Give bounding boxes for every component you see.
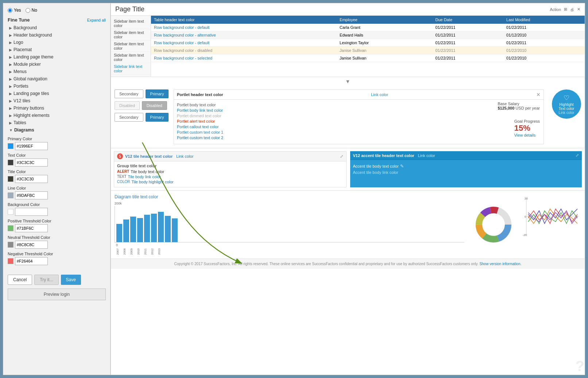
line-color-swatch[interactable] [8,192,13,198]
highlight-text-1: Highlight [560,103,574,107]
nav-item-logo[interactable]: ▶Logo [3,39,110,46]
footer-text: Copyright © 2017 SuccessFactors, Inc. Al… [174,262,480,266]
v12-tile-expand-icon[interactable]: ⤢ [340,154,343,159]
primary-button[interactable]: Primary [146,89,169,98]
v12-accent-tile-expand-icon[interactable]: ⤢ [576,153,579,158]
portlet-body: Portlet body text color Portlet body lin… [174,100,543,144]
preview-login-button[interactable]: Preview login [8,289,106,300]
secondary-button[interactable]: Secondary [115,89,143,98]
footer-version-link[interactable]: Show version information. [479,262,521,266]
title-color-swatch[interactable] [8,176,13,182]
title-color-input[interactable] [15,175,48,183]
preview-content: Sidebar item text color Sidebar item tex… [111,16,585,375]
radio-no[interactable] [26,8,30,13]
nav-item-portlets[interactable]: ▶Portlets [3,83,110,90]
tile-color-label: COLOR [117,180,130,184]
action-icon-2[interactable]: 🖨 [570,7,574,12]
bar-4 [137,218,143,242]
secondary-button-2[interactable]: Secondary [115,113,143,122]
save-button[interactable]: Save [61,275,81,285]
nav-item-landing-tiles[interactable]: ▶Landing page tiles [3,90,110,97]
color-fields: Primary Color Text Color Title Color [3,134,110,271]
row-label: Row background color - default [151,39,337,47]
edit-icon[interactable]: ✎ [400,164,404,169]
primary-button-2[interactable]: Primary [146,113,169,122]
primary-color-swatch[interactable] [8,143,13,149]
row-due: 01/22/2011 [433,39,504,47]
nav-item-global-nav[interactable]: ▶Global navigation [3,75,110,83]
svg-text:-20: -20 [523,233,527,237]
negative-threshold-input[interactable] [15,257,48,265]
v12-accent-tile-header-link[interactable]: Link color [418,153,435,158]
row-label: Row background color - default [151,24,337,31]
arrow-icon: ▶ [9,55,12,59]
tile-body-text: Tile body text color [131,169,164,174]
arrow-icon: ▶ [9,121,12,125]
nav-item-tables[interactable]: ▶Tables [3,119,110,126]
table-row: Row background color - selected Janise S… [151,54,585,62]
nav-item-background[interactable]: ▶Background [3,24,110,31]
section-top: Sidebar item text color Sidebar item tex… [111,16,585,77]
text-color-swatch[interactable] [8,160,13,165]
portlet-close-icon[interactable]: ✕ [536,92,541,98]
expand-all-link[interactable]: Expand all [87,18,106,22]
sidebar-item-2: Sidebar item text color [111,29,151,41]
v12-tile-normal: 5 V12 tile header text color Link color … [114,151,347,187]
try-it-button[interactable]: Try it... [34,275,58,285]
bg-color-swatch[interactable] [8,209,13,215]
primary-color-input[interactable] [15,142,48,150]
nav-item-menus[interactable]: ▶Menus [3,68,110,75]
highlight-link[interactable]: Link color [559,111,575,115]
arrow-icon: ▶ [9,33,12,37]
portlet-header-link[interactable]: Link color [371,92,388,97]
table-row: Row background color - disabled Janise S… [151,47,585,54]
v12-accent-tile-body: Accent tile body text color ✎ Accent til… [350,160,582,180]
neutral-threshold-swatch[interactable] [8,242,13,248]
view-details-link[interactable]: View details [514,133,540,137]
action-icon-1[interactable]: ⊞ [564,7,567,12]
line-color-input[interactable] [15,191,48,199]
positive-threshold-input[interactable] [15,224,48,232]
radio-no-label[interactable]: No [26,8,37,13]
table-row: Row background color - default Lexington… [151,39,585,47]
row-employee: Lexington Taylor [337,39,433,47]
bar-3 [130,217,136,242]
tile-body-link[interactable]: Tile body link color [128,175,161,179]
neutral-threshold-input[interactable] [15,241,48,249]
nav-item-header-background[interactable]: ▶Header background [3,31,110,39]
action-icon-close[interactable]: ✕ [577,7,580,12]
sidebar-link-item[interactable]: Sidebar link text color [111,63,151,75]
nav-item-highlight[interactable]: ▶Highlight elements [3,112,110,119]
radio-yes-label[interactable]: Yes [8,8,21,13]
left-panel: Yes No Fine Tune Expand all ▶Background … [3,3,111,375]
nav-item-v12-tiles[interactable]: ▶V12 tiles [3,97,110,104]
nav-item-landing-page-theme[interactable]: ▶Landing page theme [3,53,110,61]
nav-item-placemat[interactable]: ▶Placemat [3,46,110,53]
negative-threshold-swatch[interactable] [8,258,13,264]
button-row-2: Disabled Disabled [115,101,169,110]
text-color-input-wrapper [8,159,106,167]
tile-row-alert: ALERT Tile body text color [117,169,343,174]
tile-watermark: ? [576,358,584,374]
nav-item-module-picker[interactable]: ▶Module picker [3,61,110,68]
v12-tile-header-link[interactable]: Link color [176,154,193,159]
donut-chart [473,205,514,245]
nav-item-diagrams[interactable]: ▼Diagrams [3,126,110,134]
text-color-input[interactable] [15,159,48,167]
row-employee: Edward Hails [337,31,433,39]
donut-chart-area [472,194,515,255]
radio-yes[interactable] [8,8,12,13]
diagram-title: Diagram title text color [115,194,464,199]
row-due: 01/22/2011 [433,54,504,62]
bg-color-input[interactable] [15,208,48,216]
row-due: 01/22/2011 [433,24,504,31]
positive-threshold-swatch[interactable] [8,225,13,231]
portlet-body-text: Portlet body text color [177,103,541,107]
accent-body-text: Accent tile body text color ✎ [353,164,579,169]
negative-threshold-label: Negative Threshold Color [8,252,106,256]
primary-color-input-wrapper [8,142,106,150]
arrow-icon: ▶ [9,41,12,45]
collapse-arrow[interactable]: ▼ [111,77,585,86]
cancel-button[interactable]: Cancel [8,275,32,285]
nav-item-primary-buttons[interactable]: ▶Primary buttons [3,104,110,112]
